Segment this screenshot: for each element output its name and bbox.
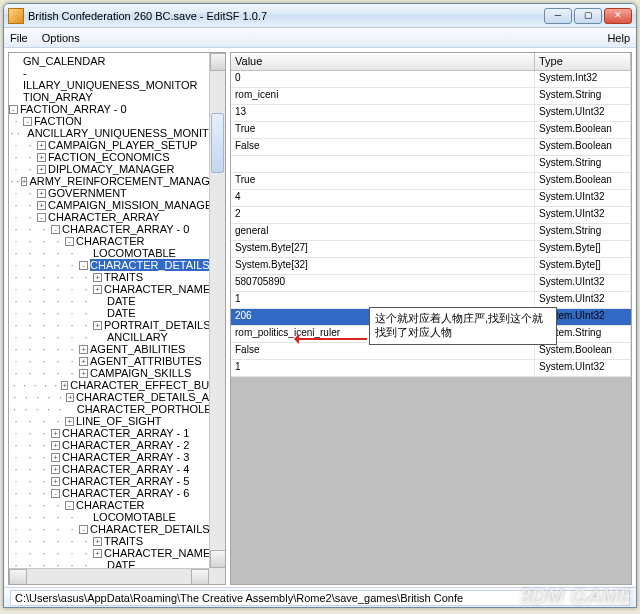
- tree-node[interactable]: GN_CALENDAR: [9, 55, 225, 67]
- tree-node[interactable]: ······+TRAITS: [9, 535, 225, 547]
- col-type[interactable]: Type: [535, 53, 631, 70]
- tree-node[interactable]: ···+CHARACTER_ARRAY - 4: [9, 463, 225, 475]
- tree-node[interactable]: ···+CHARACTER_ARRAY - 3: [9, 451, 225, 463]
- status-path: C:\Users\asus\AppData\Roaming\The Creati…: [10, 590, 630, 606]
- grid-row[interactable]: rom_iceniSystem.String: [231, 88, 631, 105]
- tree-node[interactable]: -: [9, 67, 225, 79]
- menu-help[interactable]: Help: [607, 32, 630, 44]
- scroll-thumb[interactable]: [211, 113, 224, 173]
- grid-row[interactable]: 13System.UInt32: [231, 105, 631, 122]
- window-title: British Confederation 260 BC.save - Edit…: [28, 10, 544, 22]
- menubar: File Options Help: [4, 28, 636, 48]
- tree-node[interactable]: ·····-CHARACTER_DETAILS: [9, 259, 225, 271]
- grid-row[interactable]: 2System.UInt32: [231, 207, 631, 224]
- tree-node[interactable]: ··+CAMPAIGN_PLAYER_SETUP: [9, 139, 225, 151]
- tree-node[interactable]: ······+PORTRAIT_DETAILS: [9, 319, 225, 331]
- tree-node[interactable]: ····-CHARACTER: [9, 499, 225, 511]
- menu-options[interactable]: Options: [42, 32, 80, 44]
- tree-node[interactable]: ··+GOVERNMENT: [9, 187, 225, 199]
- tree-node[interactable]: ··+ARMY_REINFORCEMENT_MANAGER: [9, 175, 225, 187]
- tree-node[interactable]: ILLARY_UNIQUENESS_MONITOR: [9, 79, 225, 91]
- tree-node[interactable]: ·····CHARACTER_PORTHOLE_V: [9, 403, 225, 415]
- tree-node[interactable]: ····-CHARACTER: [9, 235, 225, 247]
- grid-row[interactable]: System.String: [231, 156, 631, 173]
- tree-node[interactable]: ·····-CHARACTER_DETAILS: [9, 523, 225, 535]
- tree-node[interactable]: ··-CHARACTER_ARRAY: [9, 211, 225, 223]
- tree-pane: GN_CALENDAR-ILLARY_UNIQUENESS_MONITORTIO…: [8, 52, 226, 585]
- app-window: British Confederation 260 BC.save - Edit…: [3, 3, 637, 608]
- tree-node[interactable]: ·····+CAMPAIGN_SKILLS: [9, 367, 225, 379]
- annotation-arrow-icon: [295, 338, 367, 340]
- grid-row[interactable]: System.Byte[27]System.Byte[]: [231, 241, 631, 258]
- tree-node[interactable]: ··+FACTION_ECONOMICS: [9, 151, 225, 163]
- tree-node[interactable]: ·····+CHARACTER_EFFECT_BUND: [9, 379, 225, 391]
- statusbar: C:\Users\asus\AppData\Roaming\The Creati…: [4, 587, 636, 607]
- tree-scroll-h[interactable]: [9, 568, 209, 584]
- grid-row[interactable]: System.Byte[32]System.Byte[]: [231, 258, 631, 275]
- tree-node[interactable]: ·-FACTION: [9, 115, 225, 127]
- tree-node[interactable]: ·····LOCOMOTABLE: [9, 247, 225, 259]
- grid-row[interactable]: FalseSystem.Boolean: [231, 343, 631, 360]
- tree-node[interactable]: ··+CAMPAIGN_MISSION_MANAGER: [9, 199, 225, 211]
- grid-row[interactable]: 1System.UInt32: [231, 360, 631, 377]
- tree-node[interactable]: ···+CHARACTER_ARRAY - 2: [9, 439, 225, 451]
- tree-node[interactable]: ······+CHARACTER_NAME: [9, 283, 225, 295]
- grid-header: Value Type: [231, 53, 631, 71]
- tree-node[interactable]: ···-CHARACTER_ARRAY - 6: [9, 487, 225, 499]
- annotation-callout: 这个就对应着人物庄严,找到这个就找到了对应人物: [369, 307, 557, 345]
- titlebar[interactable]: British Confederation 260 BC.save - Edit…: [4, 4, 636, 28]
- tree-node[interactable]: ······+CHARACTER_NAME: [9, 547, 225, 559]
- tree-node[interactable]: ······+TRAITS: [9, 271, 225, 283]
- grid-row[interactable]: 0System.Int32: [231, 71, 631, 88]
- grid-row[interactable]: FalseSystem.Boolean: [231, 139, 631, 156]
- app-icon: [8, 8, 24, 24]
- tree-node[interactable]: ··+DIPLOMACY_MANAGER: [9, 163, 225, 175]
- tree-node[interactable]: ·····+AGENT_ABILITIES: [9, 343, 225, 355]
- tree-node[interactable]: ······DATE: [9, 295, 225, 307]
- tree-scroll-v[interactable]: [209, 53, 225, 568]
- grid-row[interactable]: TrueSystem.Boolean: [231, 173, 631, 190]
- tree-node[interactable]: ···+CHARACTER_ARRAY - 5: [9, 475, 225, 487]
- grid-row[interactable]: generalSystem.String: [231, 224, 631, 241]
- close-button[interactable]: ✕: [604, 8, 632, 24]
- scroll-corner: [209, 568, 225, 584]
- tree-node[interactable]: ···-CHARACTER_ARRAY - 0: [9, 223, 225, 235]
- grid-row[interactable]: 4System.UInt32: [231, 190, 631, 207]
- tree-node[interactable]: ····+LINE_OF_SIGHT: [9, 415, 225, 427]
- tree-node[interactable]: -FACTION_ARRAY - 0: [9, 103, 225, 115]
- tree-node[interactable]: ······ANCILLARY: [9, 331, 225, 343]
- grid-row[interactable]: 580705890System.UInt32: [231, 275, 631, 292]
- tree-node[interactable]: TION_ARRAY: [9, 91, 225, 103]
- tree-node[interactable]: ·····+CHARACTER_DETAILS_ACH: [9, 391, 225, 403]
- tree-node[interactable]: ··ANCILLARY_UNIQUENESS_MONITOR: [9, 127, 225, 139]
- tree-view[interactable]: GN_CALENDAR-ILLARY_UNIQUENESS_MONITORTIO…: [9, 53, 225, 584]
- grid-row[interactable]: TrueSystem.Boolean: [231, 122, 631, 139]
- tree-node[interactable]: ···+CHARACTER_ARRAY - 1: [9, 427, 225, 439]
- col-value[interactable]: Value: [231, 53, 535, 70]
- tree-node[interactable]: ·····+AGENT_ATTRIBUTES: [9, 355, 225, 367]
- minimize-button[interactable]: ─: [544, 8, 572, 24]
- tree-node[interactable]: ·····LOCOMOTABLE: [9, 511, 225, 523]
- maximize-button[interactable]: ▢: [574, 8, 602, 24]
- tree-node[interactable]: ······DATE: [9, 307, 225, 319]
- menu-file[interactable]: File: [10, 32, 28, 44]
